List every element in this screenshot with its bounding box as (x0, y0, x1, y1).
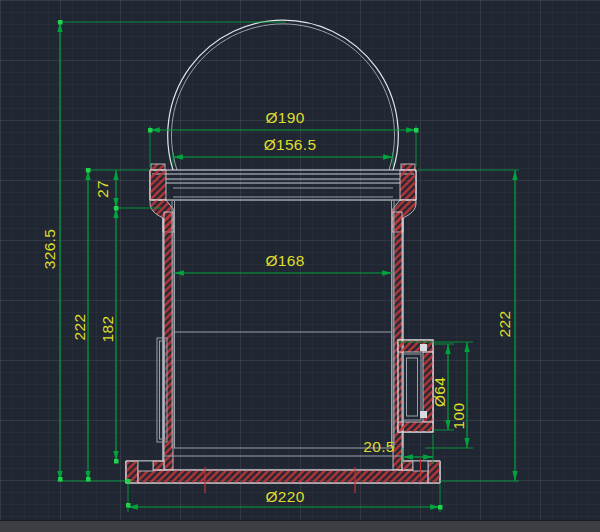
boss-bore (403, 354, 421, 420)
neck-shoulder[interactable] (150, 200, 416, 232)
dimension-dia168[interactable]: Ø168 (174, 252, 392, 274)
dim-text-27[interactable]: 27 (94, 180, 111, 198)
side-boss-connector[interactable] (398, 340, 433, 432)
dimension-222-right[interactable]: 222 (496, 170, 516, 481)
dim-text-dia168[interactable]: Ø168 (265, 252, 304, 269)
clamp-tab-left (151, 164, 165, 170)
dimension-dia190[interactable]: Ø190 (150, 109, 416, 131)
dim-text-326-5[interactable]: 326.5 (41, 229, 58, 269)
dim-text-222-right[interactable]: 222 (496, 311, 513, 338)
dimension-100[interactable]: 100 (450, 342, 468, 448)
bolt-recess-left (138, 461, 153, 471)
dim-text-dia64[interactable]: Ø64 (431, 377, 448, 407)
dim-text-dia190[interactable]: Ø190 (265, 109, 304, 126)
lid-section-left (150, 170, 166, 200)
dim-text-182[interactable]: 182 (99, 316, 116, 343)
dimension-27[interactable]: 27 (94, 170, 117, 208)
dim-text-222-left[interactable]: 222 (71, 314, 88, 341)
dimension-dia156-5[interactable]: Ø156.5 (173, 136, 393, 158)
dim-text-dia220[interactable]: Ø220 (265, 488, 304, 505)
dimension-182[interactable]: 182 (99, 208, 117, 461)
window-bottom-edge (0, 520, 600, 532)
boss-oring-upper (420, 344, 427, 351)
clamp-tab-right (401, 164, 415, 170)
cad-canvas[interactable]: 326.5 222 182 27 222 Ø64 100 Ø190 Ø156.5… (0, 0, 600, 532)
dimension-326-5[interactable]: 326.5 (41, 22, 61, 481)
drawing-viewport[interactable]: 326.5 222 182 27 222 Ø64 100 Ø190 Ø156.5… (0, 0, 600, 532)
dim-text-100[interactable]: 100 (450, 403, 467, 430)
dim-text-20-5[interactable]: 20.5 (363, 438, 394, 455)
boss-oring-lower (420, 411, 427, 418)
dimension-dia220[interactable]: Ø220 (128, 488, 440, 508)
dimension-222-left[interactable]: 222 (71, 170, 89, 481)
vessel-walls[interactable] (163, 200, 403, 470)
lid-clamp-ring[interactable] (150, 164, 416, 200)
dim-text-dia156-5[interactable]: Ø156.5 (264, 136, 317, 153)
lid-section-right (400, 170, 416, 200)
